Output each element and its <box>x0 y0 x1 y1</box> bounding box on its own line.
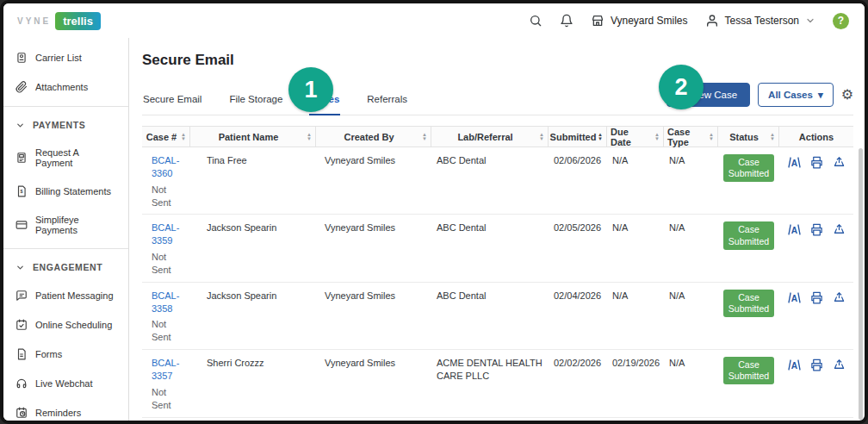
vyne-trellis-logo[interactable]: VYNE trellis <box>17 12 101 30</box>
billing-statements-icon: $ <box>16 185 28 197</box>
case-link[interactable]: BCAL-3359 <box>152 222 179 246</box>
tab-file-storage[interactable]: File Storage <box>228 89 283 115</box>
print-icon[interactable] <box>809 223 824 236</box>
svg-text:A: A <box>790 293 797 302</box>
sidebar-item-reminders[interactable]: Reminders <box>3 398 128 421</box>
sort-icon[interactable]: ▲▼ <box>709 133 714 141</box>
practice-selector[interactable]: Vyneyard Smiles <box>591 14 688 28</box>
live-webchat-icon <box>16 377 28 390</box>
view-case-icon[interactable]: A <box>787 291 802 304</box>
sidebar-item-label: Reminders <box>35 408 81 418</box>
view-case-icon[interactable]: A <box>787 359 802 371</box>
case-number-cell: BCAL-3359Not Sent <box>142 221 190 276</box>
online-scheduling-icon <box>16 319 28 331</box>
column-header-status[interactable]: Status▲▼ <box>718 127 779 147</box>
sidebar-item-online-scheduling[interactable]: Online Scheduling <box>3 310 128 340</box>
column-header-submitted[interactable]: Submitted▲▼ <box>549 127 607 147</box>
column-header-actions[interactable]: Actions <box>779 127 853 147</box>
app-body: Carrier ListAttachmentsPAYMENTSRequest A… <box>3 38 865 421</box>
sort-icon[interactable]: ▲▼ <box>422 133 427 141</box>
all-cases-filter-button[interactable]: All Cases ▾ <box>758 83 834 107</box>
sidebar-item-label: Online Scheduling <box>35 320 112 330</box>
table-row-bcal-3358: BCAL-3358Not SentJackson SpearinVyneyard… <box>142 283 853 350</box>
table-header-row: Case #▲▼Patient Name▲▼Created By▲▼Lab/Re… <box>142 126 853 147</box>
sidebar-section-payments[interactable]: PAYMENTS <box>3 111 128 139</box>
print-icon[interactable] <box>809 291 824 304</box>
sidebar-section-engagement[interactable]: ENGAGEMENT <box>3 253 128 281</box>
case-type-cell: N/A <box>664 357 718 370</box>
page-title: Secure Email <box>142 52 853 69</box>
sidebar-item-attachments[interactable]: Attachments <box>3 72 128 102</box>
status-badge: Case Submitted <box>723 154 774 182</box>
sidebar-item-label: Forms <box>35 349 62 359</box>
patient-name-cell: Jackson Spearin <box>190 221 316 234</box>
tab-referrals[interactable]: Referrals <box>366 89 408 115</box>
sidebar-item-label: Live Webchat <box>35 378 92 389</box>
sort-icon[interactable]: ▲▼ <box>598 133 603 141</box>
sidebar-item-billing-statements[interactable]: $Billing Statements <box>3 177 128 206</box>
column-header-patient-name[interactable]: Patient Name▲▼ <box>190 127 316 147</box>
tab-secure-email[interactable]: Secure Email <box>142 89 202 115</box>
sort-icon[interactable]: ▲▼ <box>654 133 660 141</box>
notifications-bell-icon[interactable] <box>560 14 574 28</box>
column-header-case-type[interactable]: Case Type▲▼ <box>664 127 718 147</box>
export-icon[interactable] <box>832 156 846 169</box>
status-cell: Case Submitted <box>718 154 779 182</box>
simplifeye-payments-icon <box>16 219 28 231</box>
lab-referral-cell: ABC Dental <box>431 221 549 234</box>
help-button[interactable]: ? <box>833 13 849 29</box>
sidebar-item-simplifeye-payments[interactable]: Simplifeye Payments <box>3 206 128 244</box>
user-menu[interactable]: Tessa Testerson <box>705 14 816 28</box>
print-icon[interactable] <box>809 156 824 169</box>
status-badge: Case Submitted <box>723 290 774 317</box>
sidebar-item-forms[interactable]: Forms <box>3 340 128 369</box>
sidebar: Carrier ListAttachmentsPAYMENTSRequest A… <box>3 38 129 421</box>
trellis-badge: trellis <box>55 12 101 30</box>
column-header-due-date[interactable]: Due Date▲▼ <box>607 127 664 147</box>
column-header-created-by[interactable]: Created By▲▼ <box>316 127 431 147</box>
sidebar-item-live-webchat[interactable]: Live Webchat <box>3 369 128 398</box>
column-header-case[interactable]: Case #▲▼ <box>142 127 190 147</box>
sort-icon[interactable]: ▲▼ <box>539 133 544 141</box>
svg-text:$: $ <box>21 189 23 194</box>
case-link[interactable]: BCAL-3360 <box>152 155 179 178</box>
case-link[interactable]: BCAL-3358 <box>152 290 179 314</box>
export-icon[interactable] <box>832 359 846 371</box>
sent-status: Not Sent <box>152 184 185 209</box>
lab-referral-cell: ABC Dental <box>431 290 549 302</box>
sidebar-item-patient-messaging[interactable]: Patient Messaging <box>3 281 128 310</box>
view-case-icon[interactable]: A <box>787 223 802 236</box>
search-icon[interactable] <box>529 14 542 28</box>
due-date-cell: N/A <box>607 154 664 167</box>
sidebar-item-carrier-list[interactable]: Carrier List <box>3 43 128 72</box>
callout-badge-2: 2 <box>659 65 704 109</box>
callout-badge-1: 1 <box>288 67 333 112</box>
sidebar-item-label: Attachments <box>35 82 88 92</box>
top-bar-actions: Vyneyard Smiles Tessa Testerson ? <box>529 13 849 29</box>
sidebar-item-label: Patient Messaging <box>35 290 114 301</box>
sidebar-item-label: ENGAGEMENT <box>33 262 102 272</box>
svg-text:A: A <box>790 159 797 168</box>
export-icon[interactable] <box>832 223 846 236</box>
attachments-icon <box>16 81 28 93</box>
vyne-wordmark: VYNE <box>17 16 51 26</box>
gear-icon[interactable]: ⚙ <box>841 88 853 102</box>
vertical-scrollbar[interactable] <box>859 148 863 420</box>
forms-icon <box>16 348 28 360</box>
created-by-cell: Vyneyard Smiles <box>316 154 431 167</box>
case-type-cell: N/A <box>664 221 718 234</box>
caret-down-icon: ▾ <box>818 89 823 101</box>
case-number-cell: BCAL-3360Not Sent <box>142 154 190 209</box>
practice-name: Vyneyard Smiles <box>611 15 688 27</box>
case-link[interactable]: BCAL-3357 <box>152 358 179 381</box>
sort-icon[interactable]: ▲▼ <box>307 133 312 141</box>
sort-icon[interactable]: ▲▼ <box>181 133 186 141</box>
view-case-icon[interactable]: A <box>787 156 802 169</box>
sidebar-item-request-a-payment[interactable]: Request A Payment <box>3 139 128 177</box>
print-icon[interactable] <box>809 359 824 371</box>
export-icon[interactable] <box>832 291 846 304</box>
table-row-bcal-3357: BCAL-3357Not SentSherri CrozzzVyneyard S… <box>142 350 853 417</box>
sort-icon[interactable]: ▲▼ <box>770 133 775 141</box>
column-header-lab-referral[interactable]: Lab/Referral▲▼ <box>431 127 549 147</box>
main-content: Secure Email Secure EmailFile StorageCas… <box>129 38 865 421</box>
